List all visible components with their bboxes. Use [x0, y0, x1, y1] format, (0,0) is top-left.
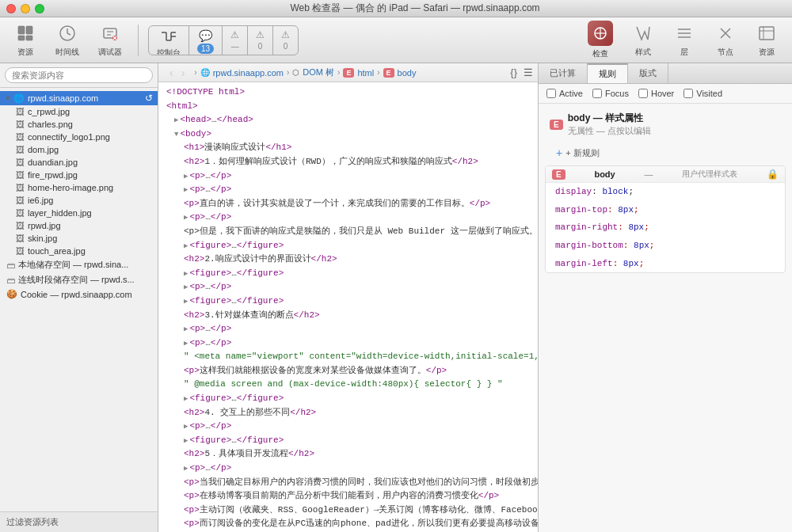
- element-subtitle[interactable]: 无属性 — 点按以编辑: [568, 125, 651, 137]
- timeline-button[interactable]: 时间线: [49, 19, 86, 61]
- style-prop-display[interactable]: display: block;: [546, 183, 785, 201]
- img-icon: 🖼: [16, 158, 25, 167]
- dom-line[interactable]: <figure>…</figure>: [165, 294, 531, 309]
- style-prop-margin-bottom[interactable]: margin-bottom: 8px;: [546, 237, 785, 255]
- tab-rules[interactable]: 规则: [588, 63, 628, 83]
- dom-line[interactable]: <h2>4. 交互上的那些不同</h2>: [165, 406, 531, 420]
- list-item[interactable]: 🖼rpwd.jpg: [0, 219, 158, 232]
- control-button[interactable]: 控制台: [149, 26, 189, 55]
- left-footer[interactable]: 过滤资源列表: [0, 511, 158, 532]
- dom-line[interactable]: <h2>1．如何理解响应式设计（RWD），广义的响应式和狭隘的响应式</h2>: [165, 155, 531, 169]
- dom-line[interactable]: <body>: [165, 127, 531, 142]
- dom-line[interactable]: <p>在移动博客项目前期的产品分析中我们能看到，用户内容的消费习惯变化</p>: [165, 489, 531, 504]
- focus-checkbox[interactable]: [592, 89, 602, 98]
- list-item[interactable]: 🖼layer_hidden.jpg: [0, 207, 158, 219]
- resources-button[interactable]: 资源: [8, 19, 43, 61]
- dom-line[interactable]: <!DOCTYPE html>: [165, 86, 531, 100]
- dom-line[interactable]: <figure>…</figure>: [165, 434, 531, 448]
- hover-checkbox[interactable]: [638, 89, 648, 98]
- list-item[interactable]: 🖼c_rpwd.jpg: [0, 105, 158, 118]
- breadcrumb-html[interactable]: html: [357, 68, 374, 78]
- list-item[interactable]: 🖼skin.jpg: [0, 232, 158, 245]
- breadcrumb-site[interactable]: rpwd.sinaapp.com: [213, 68, 284, 78]
- maximize-button[interactable]: [35, 4, 44, 13]
- add-rule-button[interactable]: + + 新规则: [550, 143, 781, 162]
- dom-line[interactable]: <p>直白的讲，设计其实就是设了一个计，来完成我们的需要的工作目标。</p>: [165, 197, 531, 211]
- dom-line[interactable]: <p>…</p>: [165, 169, 531, 184]
- back-arrow[interactable]: ‹: [166, 66, 177, 80]
- dom-line[interactable]: " <meta name="viewport" content="width=d…: [165, 350, 531, 364]
- list-item[interactable]: 🖼connectify_logo1.png: [0, 131, 158, 143]
- dom-line[interactable]: <figure>…</figure>: [165, 267, 531, 281]
- control-section[interactable]: 控制台 💬 13 ⚠ — ⚠ 0 ⚠ 0: [148, 25, 299, 55]
- style-prop-margin-top[interactable]: margin-top: 8px;: [546, 201, 785, 219]
- dom-line[interactable]: <p>但是，我下面讲的响应式是狭隘的，我们只是从 Web Builder 这一层…: [165, 225, 531, 239]
- list-item[interactable]: 🖼touch_area.jpg: [0, 245, 158, 257]
- style-prop-margin-right[interactable]: margin-right: 8px;: [546, 218, 785, 237]
- breadcrumb-dom[interactable]: DOM 树: [303, 66, 334, 78]
- dom-line[interactable]: <p>这样我们就能根据设备的宽度来对某些设备做媒体查询了。</p>: [165, 364, 531, 378]
- dom-line[interactable]: <h2>2.响应式设计中的界面设计</h2>: [165, 253, 531, 267]
- breadcrumb-body[interactable]: body: [398, 68, 417, 78]
- node-button[interactable]: 节点: [708, 19, 743, 61]
- close-button[interactable]: [6, 4, 16, 13]
- visited-checkbox[interactable]: [683, 89, 693, 98]
- layers-button[interactable]: 层: [667, 19, 702, 61]
- style-selector: body: [594, 169, 615, 179]
- dom-line[interactable]: <p>…</p>: [165, 336, 531, 351]
- root-group[interactable]: ▼ 🌐 rpwd.sinaapp.com ↺: [0, 91, 158, 105]
- log-count: 13: [197, 44, 214, 54]
- dom-line[interactable]: <p>而订阅设备的变化是在从PC迅速的向phone、pad进化，所以我们更有必要…: [165, 517, 531, 531]
- dom-line[interactable]: <p>…</p>: [165, 322, 531, 336]
- style-prop-margin-left[interactable]: margin-left: 8px;: [546, 255, 785, 273]
- tab-versions[interactable]: 版式: [628, 63, 668, 83]
- tab-computed[interactable]: 已计算: [539, 63, 588, 83]
- session-storage-item[interactable]: 🗃 连线时段储存空间 — rpwd.s...: [0, 272, 158, 287]
- log-badge-section[interactable]: 💬 13: [189, 26, 223, 55]
- debugger-button[interactable]: 调试器: [92, 19, 128, 61]
- dom-line[interactable]: <p>…</p>: [165, 420, 531, 434]
- local-storage-item[interactable]: 🗃 本地储存空间 — rpwd.sina...: [0, 257, 158, 272]
- dom-line[interactable]: <figure>…</figure>: [165, 392, 531, 406]
- search-input[interactable]: [5, 67, 153, 83]
- dom-search-icon[interactable]: {}: [510, 66, 517, 78]
- filter-focus[interactable]: Focus: [592, 89, 629, 98]
- warn-badge-2[interactable]: ⚠ 0: [248, 26, 273, 55]
- inspect-button[interactable]: 检查: [581, 17, 619, 63]
- nav-back[interactable]: ‹ ›: [163, 64, 191, 82]
- list-item[interactable]: 🖼fire_rpwd.jpg: [0, 169, 158, 181]
- dom-line[interactable]: <h2>5．具体项目开发流程</h2>: [165, 447, 531, 462]
- dom-line[interactable]: " @media screen and (max-device-width:48…: [165, 378, 531, 392]
- styles-button[interactable]: 样式: [626, 19, 661, 61]
- dom-line[interactable]: <p>当我们确定目标用户的内容消费习惯的同时，我们应该也对他们的访问习惯，时段做…: [165, 476, 531, 490]
- dom-line[interactable]: <p>…</p>: [165, 183, 531, 197]
- dom-line[interactable]: <h1>漫谈响应式设计</h1>: [165, 141, 531, 155]
- forward-arrow[interactable]: ›: [178, 66, 188, 80]
- dom-line[interactable]: <figure>…</figure>: [165, 239, 531, 253]
- list-item[interactable]: 🖼home-hero-image.png: [0, 181, 158, 194]
- dom-line[interactable]: <p>…</p>: [165, 280, 531, 294]
- active-checkbox[interactable]: [546, 89, 556, 98]
- dom-line[interactable]: <html>: [165, 100, 531, 114]
- list-item[interactable]: 🖼ie6.jpg: [0, 194, 158, 207]
- dom-line[interactable]: <h2>3.针对媒体查询的断点</h2>: [165, 309, 531, 323]
- filter-hover[interactable]: Hover: [638, 89, 674, 98]
- list-item[interactable]: 🖼dom.jpg: [0, 143, 158, 156]
- dom-line[interactable]: <p>…</p>: [165, 211, 531, 225]
- list-item[interactable]: 🖼charles.png: [0, 118, 158, 131]
- styles-section: E body — 样式属性 无属性 — 点按以编辑 + + 新规则 E body…: [539, 104, 792, 532]
- refresh-icon[interactable]: ↺: [145, 93, 153, 104]
- warn-badge-3[interactable]: ⚠ 0: [273, 26, 298, 55]
- dom-line[interactable]: <p>主动订阅（收藏夹、RSS、GoogleReader）→关系订阅（博客移动化…: [165, 504, 531, 518]
- img-icon: 🖼: [16, 170, 25, 180]
- minimize-button[interactable]: [21, 4, 30, 13]
- filter-active[interactable]: Active: [546, 89, 583, 98]
- filter-visited[interactable]: Visited: [683, 89, 722, 98]
- dom-line[interactable]: <head>…</head>: [165, 113, 531, 127]
- dom-menu-icon[interactable]: ☰: [524, 66, 533, 78]
- dom-line[interactable]: <p>…</p>: [165, 462, 531, 476]
- resources-right-button[interactable]: 资源: [749, 19, 784, 61]
- list-item[interactable]: 🖼duandian.jpg: [0, 156, 158, 169]
- warn-badge-1[interactable]: ⚠ —: [223, 26, 248, 55]
- cookie-item[interactable]: 🍪 Cookie — rpwd.sinaapp.com: [0, 287, 158, 301]
